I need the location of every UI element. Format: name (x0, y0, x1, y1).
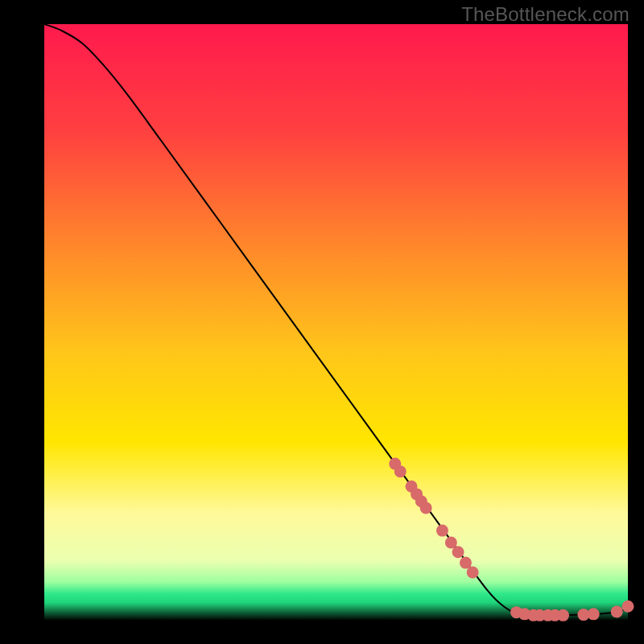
data-dot (420, 502, 432, 514)
chart-svg (0, 0, 644, 644)
data-dot (436, 525, 448, 537)
watermark-text: TheBottleneck.com (461, 3, 630, 26)
data-dot (588, 608, 600, 620)
data-dot (452, 546, 464, 558)
data-dot (467, 566, 479, 578)
chart-container: { "watermark": "TheBottleneck.com", "cha… (0, 0, 644, 644)
data-dot (611, 605, 623, 617)
data-dot (394, 465, 407, 477)
data-dot (622, 601, 634, 613)
plot-background (44, 24, 628, 621)
data-dot (557, 609, 569, 621)
